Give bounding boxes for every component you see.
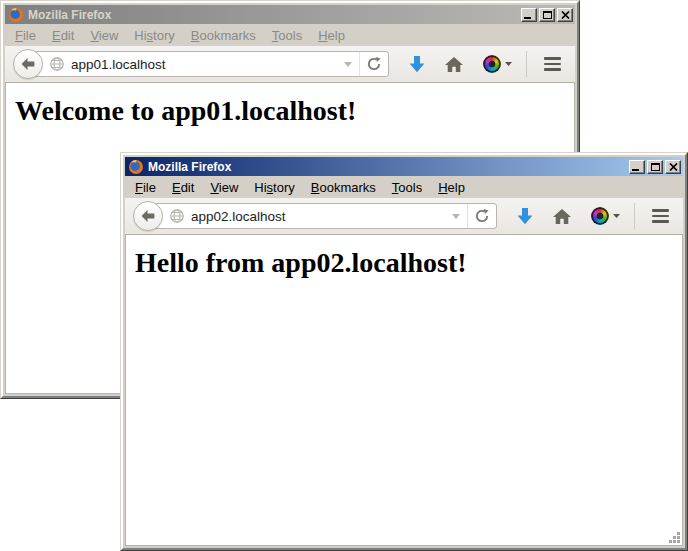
- resize-grip[interactable]: [668, 531, 681, 544]
- window-title: Mozilla Firefox: [28, 8, 519, 22]
- addon-button[interactable]: [483, 55, 512, 73]
- download-icon: [517, 208, 533, 225]
- addon-caret-icon: [505, 62, 512, 66]
- menu-item-accel: F: [15, 28, 23, 43]
- globe-icon: [170, 209, 184, 223]
- back-icon: [21, 58, 35, 70]
- open-menu-button[interactable]: [648, 207, 673, 225]
- menu-item[interactable]: View: [202, 177, 246, 198]
- menu-item-post: elp: [448, 180, 465, 195]
- menu-item-accel: E: [52, 28, 61, 43]
- home-icon: [445, 57, 463, 72]
- menu-item-post: iew: [219, 180, 239, 195]
- menu-item-accel: V: [90, 28, 98, 43]
- page-heading: Welcome to app01.localhost!: [15, 95, 574, 127]
- menu-item-post: ookmarks: [199, 28, 255, 43]
- menu-item-post: elp: [328, 28, 345, 43]
- back-icon: [141, 210, 155, 222]
- menu-item-post: iew: [99, 28, 119, 43]
- menu-item-accel: H: [438, 180, 447, 195]
- close-button[interactable]: [665, 160, 681, 174]
- firefox-logo-icon: [8, 7, 24, 23]
- url-text[interactable]: app01.localhost: [71, 57, 337, 72]
- menu-item-pre: Hi: [134, 28, 146, 43]
- page-heading: Hello from app02.localhost!: [135, 247, 682, 279]
- close-icon: [561, 11, 570, 19]
- minimize-button[interactable]: [629, 160, 645, 174]
- titlebar[interactable]: Mozilla Firefox: [125, 157, 683, 176]
- menu-item-post: dit: [181, 180, 195, 195]
- toolbar-separator: [634, 203, 635, 229]
- menu-item-post: ile: [143, 180, 156, 195]
- menubar: File Edit View History Bookmarks Tools H…: [125, 176, 683, 198]
- menu-item[interactable]: Help: [430, 177, 473, 198]
- minimize-icon: [632, 169, 639, 171]
- url-text[interactable]: app02.localhost: [191, 209, 445, 224]
- window-title: Mozilla Firefox: [148, 160, 627, 174]
- menu-item[interactable]: Edit: [44, 25, 82, 46]
- toolbar-separator: [526, 51, 527, 77]
- reload-button[interactable]: [359, 52, 388, 76]
- firefox-window-app02[interactable]: Mozilla Firefox File Edit View History B…: [120, 152, 688, 551]
- menubar: File Edit View History Bookmarks Tools H…: [5, 24, 575, 46]
- menu-item[interactable]: History: [246, 177, 302, 198]
- menu-item[interactable]: Bookmarks: [183, 25, 264, 46]
- url-bar[interactable]: app02.localhost: [147, 203, 497, 229]
- menu-item[interactable]: Help: [310, 25, 353, 46]
- home-icon: [553, 209, 571, 224]
- menu-item[interactable]: Tools: [264, 25, 310, 46]
- close-button[interactable]: [557, 8, 573, 22]
- menu-item-accel: V: [210, 180, 218, 195]
- reload-icon: [367, 57, 381, 71]
- menu-item[interactable]: File: [7, 25, 44, 46]
- menu-item-accel: F: [135, 180, 143, 195]
- firefox-logo-icon: [128, 159, 144, 175]
- menu-item-post: tory: [273, 180, 295, 195]
- open-menu-button[interactable]: [540, 55, 565, 73]
- chevron-down-icon: [344, 62, 352, 67]
- url-bar[interactable]: app01.localhost: [27, 51, 389, 77]
- hamburger-icon: [652, 209, 669, 212]
- back-button[interactable]: [133, 201, 163, 231]
- hamburger-icon: [544, 57, 561, 60]
- close-icon: [669, 163, 678, 171]
- urlbar-history-dropdown[interactable]: [337, 60, 359, 69]
- home-button[interactable]: [445, 57, 463, 72]
- menu-item[interactable]: View: [82, 25, 126, 46]
- menu-item-accel: H: [318, 28, 327, 43]
- maximize-icon: [543, 11, 552, 19]
- window-frame: Mozilla Firefox File Edit View History B…: [121, 153, 687, 550]
- reload-icon: [475, 209, 489, 223]
- menu-item[interactable]: Tools: [384, 177, 430, 198]
- maximize-button[interactable]: [539, 8, 555, 22]
- menu-item-post: ools: [398, 180, 422, 195]
- titlebar[interactable]: Mozilla Firefox: [5, 5, 575, 24]
- menu-item-post: ookmarks: [319, 180, 375, 195]
- addon-caret-icon: [613, 214, 620, 218]
- maximize-icon: [651, 163, 660, 171]
- menu-item-post: ools: [278, 28, 302, 43]
- reload-button[interactable]: [467, 204, 496, 228]
- menu-item-accel: E: [172, 180, 181, 195]
- menu-item[interactable]: Bookmarks: [303, 177, 384, 198]
- minimize-icon: [524, 17, 531, 19]
- navigation-toolbar: app02.localhost: [125, 198, 683, 235]
- menu-item[interactable]: File: [127, 177, 164, 198]
- urlbar-history-dropdown[interactable]: [445, 212, 467, 221]
- globe-icon: [50, 57, 64, 71]
- download-button[interactable]: [409, 56, 425, 73]
- navigation-toolbar: app01.localhost: [5, 46, 575, 83]
- download-icon: [409, 56, 425, 73]
- addon-color-wheel-icon: [483, 55, 501, 73]
- maximize-button[interactable]: [647, 160, 663, 174]
- home-button[interactable]: [553, 209, 571, 224]
- browser-content[interactable]: Hello from app02.localhost!: [125, 235, 683, 546]
- chevron-down-icon: [452, 214, 460, 219]
- menu-item[interactable]: History: [126, 25, 182, 46]
- menu-item[interactable]: Edit: [164, 177, 202, 198]
- back-button[interactable]: [13, 49, 43, 79]
- download-button[interactable]: [517, 208, 533, 225]
- addon-button[interactable]: [591, 207, 620, 225]
- menu-item-pre: Hi: [254, 180, 266, 195]
- minimize-button[interactable]: [521, 8, 537, 22]
